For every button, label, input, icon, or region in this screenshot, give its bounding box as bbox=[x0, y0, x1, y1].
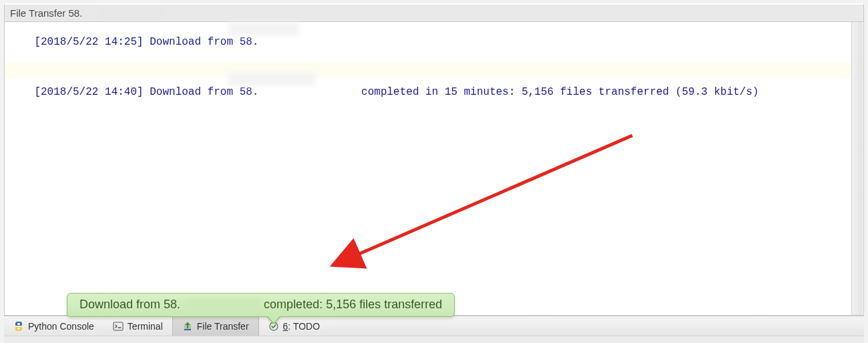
log-message: Download from 58. completed in 15 minute… bbox=[144, 86, 759, 98]
tool-label: Terminal bbox=[128, 321, 163, 332]
redacted-ip-notify bbox=[184, 298, 260, 312]
svg-line-0 bbox=[355, 135, 632, 256]
vertical-scrollbar[interactable] bbox=[851, 22, 863, 315]
tool-terminal[interactable]: Terminal bbox=[103, 316, 172, 336]
tool-label: 6: TODO bbox=[283, 321, 320, 332]
panel-tab-header: File Transfer 58. bbox=[4, 3, 864, 22]
log-line: [2018/5/22 14:40] Download from 58. comp… bbox=[5, 72, 863, 122]
log-timestamp: [2018/5/22 14:40] bbox=[34, 86, 143, 98]
notification-balloon[interactable]: Download from 58. completed: 5,156 files… bbox=[67, 293, 455, 317]
log-message: Download from 58. bbox=[144, 36, 259, 48]
svg-rect-2 bbox=[184, 329, 191, 330]
svg-rect-1 bbox=[114, 322, 123, 330]
redacted-ip-log bbox=[228, 73, 315, 86]
file-transfer-icon bbox=[182, 321, 193, 332]
tool-file-transfer[interactable]: File Transfer bbox=[172, 316, 259, 336]
tool-label: Python Console bbox=[28, 321, 94, 332]
notification-text-suffix: completed: 5,156 files transferred bbox=[264, 298, 442, 311]
python-icon bbox=[13, 321, 24, 332]
log-line: [2018/5/22 14:25] Download from 58. bbox=[5, 22, 863, 72]
redacted-ip-log bbox=[228, 23, 298, 36]
terminal-icon bbox=[113, 321, 124, 332]
status-strip bbox=[4, 336, 864, 343]
tool-python-console[interactable]: Python Console bbox=[4, 316, 103, 336]
log-output-pane[interactable]: [2018/5/22 14:25] Download from 58. [201… bbox=[4, 22, 864, 316]
notification-text-prefix: Download from 58. bbox=[79, 298, 180, 311]
tool-window-bar: Python Console Terminal File Transfer 6:… bbox=[4, 316, 864, 336]
log-timestamp: [2018/5/22 14:25] bbox=[34, 36, 143, 48]
redacted-ip-header bbox=[98, 7, 162, 20]
panel-title: File Transfer 58. bbox=[5, 7, 82, 19]
tool-label: File Transfer bbox=[197, 321, 249, 332]
